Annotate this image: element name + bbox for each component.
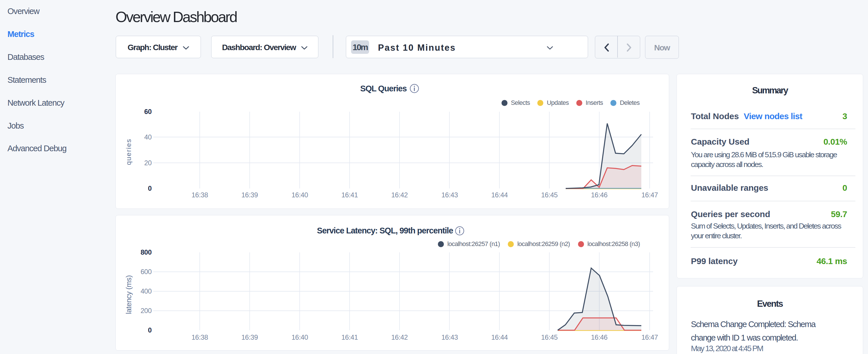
- svg-text:16:47: 16:47: [641, 191, 658, 199]
- svg-text:16:44: 16:44: [491, 191, 508, 199]
- svg-text:800: 800: [141, 248, 152, 256]
- svg-text:16:42: 16:42: [391, 333, 408, 341]
- svg-text:0: 0: [148, 326, 152, 334]
- svg-text:16:44: 16:44: [491, 333, 508, 341]
- svg-text:16:39: 16:39: [241, 191, 258, 199]
- svg-text:200: 200: [141, 307, 152, 315]
- svg-text:16:38: 16:38: [191, 191, 208, 199]
- svg-text:16:45: 16:45: [541, 191, 558, 199]
- svg-text:20: 20: [144, 159, 152, 167]
- svg-text:16:43: 16:43: [441, 191, 458, 199]
- svg-text:60: 60: [144, 108, 152, 116]
- svg-text:16:40: 16:40: [291, 191, 308, 199]
- svg-text:0: 0: [148, 185, 152, 192]
- svg-text:40: 40: [144, 133, 152, 141]
- svg-text:16:45: 16:45: [541, 333, 558, 341]
- svg-text:16:46: 16:46: [591, 333, 608, 341]
- svg-text:16:43: 16:43: [441, 333, 458, 341]
- svg-text:queries: queries: [125, 139, 132, 165]
- svg-text:latency (ms): latency (ms): [124, 275, 133, 314]
- svg-text:16:42: 16:42: [391, 191, 408, 199]
- svg-text:16:39: 16:39: [241, 333, 258, 341]
- svg-text:400: 400: [141, 287, 152, 295]
- svg-text:16:46: 16:46: [591, 191, 608, 199]
- svg-text:16:38: 16:38: [191, 333, 208, 341]
- svg-text:16:41: 16:41: [341, 191, 358, 199]
- svg-text:16:47: 16:47: [641, 333, 658, 341]
- svg-text:600: 600: [141, 268, 152, 276]
- svg-text:16:40: 16:40: [291, 333, 308, 341]
- svg-text:16:41: 16:41: [341, 333, 358, 341]
